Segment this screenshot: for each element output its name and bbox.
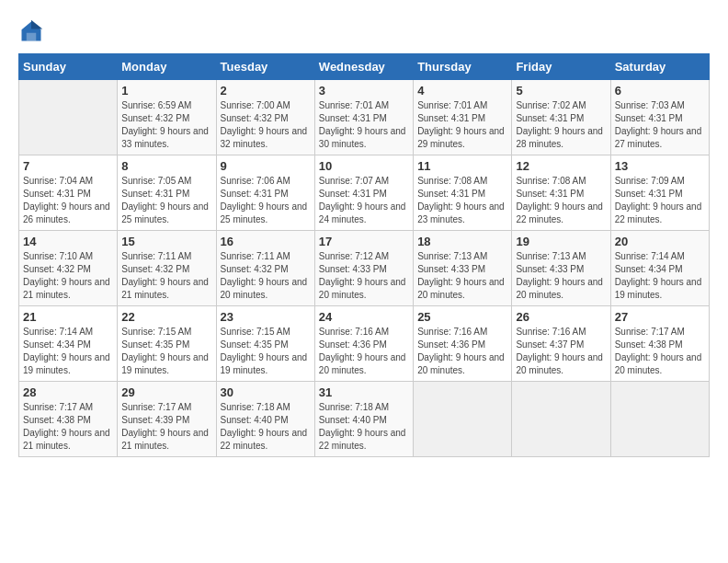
day-info: Sunrise: 7:13 AMSunset: 4:33 PMDaylight:… (516, 250, 606, 302)
calendar-cell: 1Sunrise: 6:59 AMSunset: 4:32 PMDaylight… (118, 80, 216, 155)
day-info: Sunrise: 7:01 AMSunset: 4:31 PMDaylight:… (417, 99, 507, 151)
day-number: 9 (221, 159, 311, 173)
calendar-cell (414, 382, 512, 457)
calendar-week-row: 21Sunrise: 7:14 AMSunset: 4:34 PMDayligh… (19, 306, 710, 382)
page-header (18, 18, 710, 44)
day-number: 10 (319, 159, 409, 173)
day-number: 14 (23, 235, 113, 248)
calendar-table: SundayMondayTuesdayWednesdayThursdayFrid… (18, 53, 710, 457)
calendar-cell: 14Sunrise: 7:10 AMSunset: 4:32 PMDayligh… (19, 231, 118, 306)
calendar-week-row: 28Sunrise: 7:17 AMSunset: 4:38 PMDayligh… (19, 382, 710, 457)
calendar-cell (19, 80, 118, 155)
calendar-cell: 28Sunrise: 7:17 AMSunset: 4:38 PMDayligh… (19, 382, 118, 457)
calendar-cell: 26Sunrise: 7:16 AMSunset: 4:37 PMDayligh… (512, 306, 610, 382)
day-info: Sunrise: 7:15 AMSunset: 4:35 PMDaylight:… (121, 326, 211, 377)
calendar-cell: 13Sunrise: 7:09 AMSunset: 4:31 PMDayligh… (610, 155, 709, 231)
day-info: Sunrise: 7:16 AMSunset: 4:36 PMDaylight:… (417, 326, 507, 377)
day-info: Sunrise: 7:18 AMSunset: 4:40 PMDaylight:… (319, 401, 409, 453)
day-info: Sunrise: 7:01 AMSunset: 4:31 PMDaylight:… (319, 99, 409, 151)
day-info: Sunrise: 7:03 AMSunset: 4:31 PMDaylight:… (615, 99, 705, 151)
calendar-cell: 12Sunrise: 7:08 AMSunset: 4:31 PMDayligh… (512, 155, 610, 231)
day-number: 6 (615, 84, 705, 98)
calendar-cell: 30Sunrise: 7:18 AMSunset: 4:40 PMDayligh… (216, 382, 314, 457)
calendar-cell: 8Sunrise: 7:05 AMSunset: 4:31 PMDaylight… (118, 155, 216, 231)
day-number: 17 (319, 235, 409, 248)
logo-icon (18, 18, 44, 44)
day-number: 19 (516, 235, 606, 248)
day-number: 22 (121, 310, 211, 324)
calendar-cell: 19Sunrise: 7:13 AMSunset: 4:33 PMDayligh… (512, 231, 610, 306)
column-header-thursday: Thursday (414, 54, 512, 80)
calendar-cell: 23Sunrise: 7:15 AMSunset: 4:35 PMDayligh… (216, 306, 314, 382)
calendar-cell: 25Sunrise: 7:16 AMSunset: 4:36 PMDayligh… (414, 306, 512, 382)
day-number: 11 (417, 159, 507, 173)
day-number: 5 (516, 84, 606, 98)
logo (18, 18, 48, 44)
svg-marker-1 (31, 20, 42, 29)
day-number: 8 (121, 159, 211, 173)
day-info: Sunrise: 7:14 AMSunset: 4:34 PMDaylight:… (23, 326, 113, 377)
calendar-cell: 9Sunrise: 7:06 AMSunset: 4:31 PMDaylight… (216, 155, 314, 231)
calendar-header-row: SundayMondayTuesdayWednesdayThursdayFrid… (19, 54, 710, 80)
calendar-cell: 20Sunrise: 7:14 AMSunset: 4:34 PMDayligh… (610, 231, 709, 306)
day-info: Sunrise: 7:10 AMSunset: 4:32 PMDaylight:… (23, 250, 113, 302)
calendar-cell: 21Sunrise: 7:14 AMSunset: 4:34 PMDayligh… (19, 306, 118, 382)
column-header-wednesday: Wednesday (314, 54, 413, 80)
day-number: 27 (615, 310, 705, 324)
day-info: Sunrise: 7:05 AMSunset: 4:31 PMDaylight:… (121, 175, 211, 226)
day-info: Sunrise: 6:59 AMSunset: 4:32 PMDaylight:… (121, 99, 211, 151)
day-info: Sunrise: 7:15 AMSunset: 4:35 PMDaylight:… (221, 326, 311, 377)
column-header-friday: Friday (512, 54, 610, 80)
day-info: Sunrise: 7:18 AMSunset: 4:40 PMDaylight:… (221, 401, 311, 453)
day-info: Sunrise: 7:16 AMSunset: 4:36 PMDaylight:… (319, 326, 409, 377)
calendar-cell: 15Sunrise: 7:11 AMSunset: 4:32 PMDayligh… (118, 231, 216, 306)
day-info: Sunrise: 7:06 AMSunset: 4:31 PMDaylight:… (221, 175, 311, 226)
calendar-week-row: 1Sunrise: 6:59 AMSunset: 4:32 PMDaylight… (19, 80, 710, 155)
day-number: 28 (23, 385, 113, 399)
day-number: 31 (319, 385, 409, 399)
day-info: Sunrise: 7:17 AMSunset: 4:38 PMDaylight:… (615, 326, 705, 377)
calendar-cell: 10Sunrise: 7:07 AMSunset: 4:31 PMDayligh… (314, 155, 413, 231)
calendar-cell: 3Sunrise: 7:01 AMSunset: 4:31 PMDaylight… (314, 80, 413, 155)
day-number: 25 (417, 310, 507, 324)
day-number: 12 (516, 159, 606, 173)
day-number: 4 (417, 84, 507, 98)
day-number: 15 (121, 235, 211, 248)
day-number: 23 (221, 310, 311, 324)
calendar-cell: 17Sunrise: 7:12 AMSunset: 4:33 PMDayligh… (314, 231, 413, 306)
calendar-cell: 2Sunrise: 7:00 AMSunset: 4:32 PMDaylight… (216, 80, 314, 155)
day-info: Sunrise: 7:09 AMSunset: 4:31 PMDaylight:… (615, 175, 705, 226)
calendar-cell: 31Sunrise: 7:18 AMSunset: 4:40 PMDayligh… (314, 382, 413, 457)
calendar-cell: 4Sunrise: 7:01 AMSunset: 4:31 PMDaylight… (414, 80, 512, 155)
svg-rect-2 (27, 33, 37, 41)
day-info: Sunrise: 7:14 AMSunset: 4:34 PMDaylight:… (615, 250, 705, 302)
column-header-saturday: Saturday (610, 54, 709, 80)
calendar-cell (610, 382, 709, 457)
day-info: Sunrise: 7:12 AMSunset: 4:33 PMDaylight:… (319, 250, 409, 302)
day-number: 1 (121, 84, 211, 98)
day-info: Sunrise: 7:02 AMSunset: 4:31 PMDaylight:… (516, 99, 606, 151)
day-number: 21 (23, 310, 113, 324)
day-info: Sunrise: 7:13 AMSunset: 4:33 PMDaylight:… (417, 250, 507, 302)
day-number: 30 (221, 385, 311, 399)
calendar-cell: 27Sunrise: 7:17 AMSunset: 4:38 PMDayligh… (610, 306, 709, 382)
day-info: Sunrise: 7:11 AMSunset: 4:32 PMDaylight:… (221, 250, 311, 302)
day-info: Sunrise: 7:11 AMSunset: 4:32 PMDaylight:… (121, 250, 211, 302)
day-info: Sunrise: 7:17 AMSunset: 4:39 PMDaylight:… (121, 401, 211, 453)
day-number: 26 (516, 310, 606, 324)
day-info: Sunrise: 7:17 AMSunset: 4:38 PMDaylight:… (23, 401, 113, 453)
calendar-cell: 5Sunrise: 7:02 AMSunset: 4:31 PMDaylight… (512, 80, 610, 155)
calendar-week-row: 7Sunrise: 7:04 AMSunset: 4:31 PMDaylight… (19, 155, 710, 231)
day-number: 13 (615, 159, 705, 173)
day-info: Sunrise: 7:00 AMSunset: 4:32 PMDaylight:… (221, 99, 311, 151)
calendar-cell: 18Sunrise: 7:13 AMSunset: 4:33 PMDayligh… (414, 231, 512, 306)
calendar-cell: 24Sunrise: 7:16 AMSunset: 4:36 PMDayligh… (314, 306, 413, 382)
calendar-cell: 6Sunrise: 7:03 AMSunset: 4:31 PMDaylight… (610, 80, 709, 155)
day-number: 2 (221, 84, 311, 98)
day-info: Sunrise: 7:07 AMSunset: 4:31 PMDaylight:… (319, 175, 409, 226)
calendar-cell (512, 382, 610, 457)
day-number: 24 (319, 310, 409, 324)
day-info: Sunrise: 7:08 AMSunset: 4:31 PMDaylight:… (417, 175, 507, 226)
calendar-week-row: 14Sunrise: 7:10 AMSunset: 4:32 PMDayligh… (19, 231, 710, 306)
column-header-tuesday: Tuesday (216, 54, 314, 80)
